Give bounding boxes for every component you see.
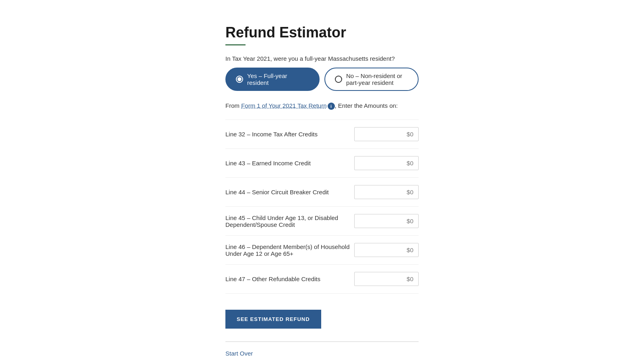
- title-underline: [225, 44, 246, 45]
- from-label: From Form 1 of Your 2021 Tax Returni, En…: [225, 102, 419, 110]
- row-label-line43: Line 43 – Earned Income Credit: [225, 160, 354, 167]
- bottom-divider: [225, 341, 419, 342]
- page-container: Refund Estimator In Tax Year 2021, were …: [121, 0, 523, 362]
- amount-input-line47[interactable]: [354, 272, 419, 286]
- form-row-line32: Line 32 – Income Tax After Credits: [225, 119, 419, 149]
- radio-no[interactable]: No – Non-resident or part-year resident: [324, 68, 419, 91]
- amount-input-line46[interactable]: [354, 243, 419, 257]
- form-link[interactable]: Form 1 of Your 2021 Tax Return: [241, 102, 326, 109]
- radio-group: Yes – Full-year resident No – Non-reside…: [225, 68, 419, 91]
- form-row-line43: Line 43 – Earned Income Credit: [225, 149, 419, 178]
- radio-no-circle: [335, 76, 342, 83]
- row-label-line46: Line 46 – Dependent Member(s) of Househo…: [225, 243, 354, 257]
- radio-yes[interactable]: Yes – Full-year resident: [225, 68, 320, 91]
- page-title: Refund Estimator: [225, 24, 419, 41]
- amount-input-line44[interactable]: [354, 185, 419, 199]
- form-row-line47: Line 47 – Other Refundable Credits: [225, 265, 419, 294]
- amount-input-line45[interactable]: [354, 214, 419, 228]
- radio-yes-label: Yes – Full-year resident: [247, 72, 309, 86]
- form-rows: Line 32 – Income Tax After CreditsLine 4…: [225, 119, 419, 294]
- row-label-line44: Line 44 – Senior Circuit Breaker Credit: [225, 189, 354, 195]
- amount-input-line43[interactable]: [354, 156, 419, 170]
- form-row-line45: Line 45 – Child Under Age 13, or Disable…: [225, 207, 419, 236]
- row-label-line32: Line 32 – Income Tax After Credits: [225, 131, 354, 138]
- amount-input-line32[interactable]: [354, 127, 419, 141]
- row-label-line47: Line 47 – Other Refundable Credits: [225, 276, 354, 282]
- from-suffix: , Enter the Amounts on:: [335, 102, 398, 109]
- resident-question: In Tax Year 2021, were you a full-year M…: [225, 55, 419, 62]
- start-over-link[interactable]: Start Over: [225, 350, 253, 357]
- radio-yes-circle: [236, 76, 243, 83]
- info-icon[interactable]: i: [328, 103, 335, 110]
- see-estimated-refund-button[interactable]: SEE ESTIMATED REFUND: [225, 310, 321, 329]
- row-label-line45: Line 45 – Child Under Age 13, or Disable…: [225, 214, 354, 228]
- radio-no-label: No – Non-resident or part-year resident: [346, 72, 408, 86]
- form-row-line44: Line 44 – Senior Circuit Breaker Credit: [225, 178, 419, 207]
- form-row-line46: Line 46 – Dependent Member(s) of Househo…: [225, 236, 419, 265]
- from-prefix: From: [225, 102, 241, 109]
